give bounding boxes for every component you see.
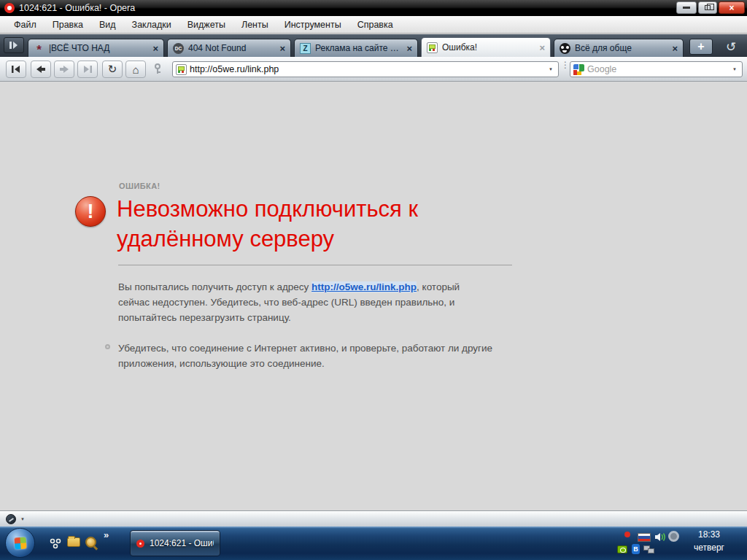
panel-toggle-button[interactable] bbox=[4, 37, 24, 53]
folder-icon[interactable] bbox=[67, 537, 80, 547]
tab-bar: * |ВСЁ ЧТО НАД × DC 404 Not Found × Z Ре… bbox=[0, 34, 747, 57]
asterisk-favicon-icon: * bbox=[34, 43, 44, 54]
search-input[interactable] bbox=[584, 64, 729, 74]
address-input[interactable] bbox=[187, 64, 545, 74]
address-bar[interactable]: ▼ bbox=[172, 61, 559, 77]
error-url-link[interactable]: http://o5we.ru/link.php bbox=[311, 281, 417, 292]
undo-trash-icon: ↺ bbox=[726, 39, 736, 55]
menu-widgets[interactable]: Виджеты bbox=[179, 18, 233, 32]
close-icon: × bbox=[729, 3, 734, 13]
google-icon bbox=[573, 64, 584, 75]
network-icon[interactable] bbox=[643, 545, 655, 553]
search-dropdown-arrow-icon[interactable]: ▼ bbox=[729, 63, 740, 76]
menu-bar: Файл Правка Вид Закладки Виджеты Ленты И… bbox=[0, 16, 747, 34]
menu-view[interactable]: Вид bbox=[91, 18, 124, 32]
tab-404-not-found[interactable]: DC 404 Not Found × bbox=[167, 39, 291, 57]
plus-icon: + bbox=[697, 40, 704, 53]
close-button[interactable]: × bbox=[719, 1, 745, 14]
menu-file[interactable]: Файл bbox=[6, 18, 44, 32]
new-tab-button[interactable]: + bbox=[689, 39, 713, 55]
error-title: Невозможно подключиться к удалённому сер… bbox=[117, 194, 467, 254]
back-arrow-icon bbox=[36, 65, 46, 74]
divider bbox=[118, 265, 512, 265]
tab-close-icon[interactable]: × bbox=[279, 44, 285, 53]
menu-help[interactable]: Справка bbox=[349, 18, 401, 32]
update-tray-icon[interactable] bbox=[668, 531, 679, 542]
opera-taskbar-button[interactable]: 1024:621 - Ошиб... bbox=[130, 530, 220, 556]
paragraph-text: Вы попытались получить доступ к адресу bbox=[118, 281, 311, 292]
rewind-icon bbox=[11, 65, 21, 74]
key-icon bbox=[154, 63, 161, 75]
tab-reklama[interactable]: Z Реклама на сайте zwa... × bbox=[294, 39, 418, 57]
error-bullet-text: Убедитесь, что соединение с Интернет акт… bbox=[118, 341, 499, 371]
reload-icon: ↻ bbox=[108, 63, 117, 76]
tray-clock[interactable]: 18:33 четверг bbox=[678, 529, 740, 553]
start-button[interactable] bbox=[5, 528, 35, 558]
navigation-toolbar: ↻ ⌂ ▼ ⋮ ▼ bbox=[0, 57, 747, 82]
z-favicon-icon: Z bbox=[300, 43, 311, 54]
tab-vse-dlya-obshche[interactable]: Всё для обще × bbox=[554, 39, 684, 57]
volume-icon[interactable] bbox=[654, 532, 666, 542]
tab-close-icon[interactable]: × bbox=[672, 44, 678, 53]
error-kicker: ОШИБКА! bbox=[119, 182, 160, 190]
clock-time: 18:33 bbox=[678, 529, 740, 540]
screen: 1024:621 - Ошибка! - Opera × Файл Правка… bbox=[0, 0, 747, 560]
status-bar: ▼ ▼ 100% ▼ bbox=[0, 510, 747, 526]
tab-close-icon[interactable]: × bbox=[539, 43, 545, 52]
globe-icon[interactable] bbox=[6, 514, 16, 524]
tab-label: Ошибка! bbox=[442, 42, 535, 52]
wand-button[interactable] bbox=[150, 61, 166, 78]
opera-tray-icon[interactable] bbox=[624, 532, 630, 537]
fast-forward-icon bbox=[82, 65, 93, 74]
exclamation-glyph: ! bbox=[88, 201, 94, 223]
toolbar-splitter-handle[interactable]: ⋮ bbox=[561, 63, 570, 67]
home-button[interactable]: ⌂ bbox=[125, 61, 146, 78]
quicklaunch-overflow-chevron[interactable]: » bbox=[104, 529, 109, 540]
error-paragraph: Вы попытались получить доступ к адресу h… bbox=[118, 279, 489, 325]
menu-tools[interactable]: Инструменты bbox=[276, 18, 349, 32]
closed-tabs-button[interactable]: ↺ bbox=[719, 39, 743, 55]
minimize-icon bbox=[683, 7, 690, 9]
forward-button[interactable] bbox=[54, 61, 74, 78]
back-button[interactable] bbox=[31, 61, 51, 78]
page-content: ! ОШИБКА! Невозможно подключиться к удал… bbox=[0, 82, 747, 510]
opera-icon bbox=[136, 540, 144, 548]
face-favicon-icon bbox=[560, 43, 570, 54]
molecule-icon[interactable] bbox=[50, 538, 62, 549]
nvidia-tray-icon[interactable] bbox=[617, 545, 627, 553]
menu-bookmarks[interactable]: Закладки bbox=[124, 18, 179, 32]
tab-error-active[interactable]: Ошибка! × bbox=[421, 37, 551, 57]
bluetooth-icon[interactable]: B bbox=[632, 544, 640, 554]
reload-button[interactable]: ↻ bbox=[102, 61, 123, 78]
forward-arrow-icon bbox=[59, 65, 69, 74]
minimize-button[interactable] bbox=[676, 1, 697, 14]
search-person-icon[interactable] bbox=[85, 537, 96, 548]
window-title: 1024:621 - Ошибка! - Opera bbox=[19, 3, 135, 13]
menu-edit[interactable]: Правка bbox=[44, 18, 91, 32]
error-alert-icon: ! bbox=[75, 196, 106, 227]
tab-label: |ВСЁ ЧТО НАД bbox=[49, 43, 148, 53]
home-icon: ⌂ bbox=[132, 63, 139, 76]
taskbar-button-label: 1024:621 - Ошиб... bbox=[150, 538, 214, 548]
dc-favicon-icon: DC bbox=[173, 43, 184, 54]
restore-button[interactable] bbox=[698, 1, 717, 14]
fast-forward-button[interactable] bbox=[77, 61, 98, 78]
tab-close-icon[interactable]: × bbox=[406, 44, 412, 53]
address-dropdown-arrow-icon[interactable]: ▼ bbox=[545, 63, 557, 76]
language-flag-icon[interactable] bbox=[638, 533, 651, 542]
panel-toggle-icon bbox=[9, 41, 19, 50]
status-dropdown-arrow-icon[interactable]: ▼ bbox=[20, 517, 25, 521]
tab-label: 404 Not Found bbox=[188, 43, 275, 53]
bullet-icon bbox=[105, 344, 110, 349]
opera-logo-icon bbox=[4, 3, 15, 13]
clock-weekday: четверг bbox=[678, 542, 740, 553]
windows-flag-icon bbox=[14, 537, 26, 549]
tab-close-icon[interactable]: × bbox=[152, 44, 158, 53]
rewind-button[interactable] bbox=[6, 61, 26, 78]
menu-feeds[interactable]: Ленты bbox=[233, 18, 276, 32]
taskbar: » 1024:621 - Ошиб... B 18:33 четверг bbox=[0, 526, 747, 560]
restore-icon bbox=[705, 5, 711, 10]
tab-label: Всё для обще bbox=[575, 43, 667, 53]
search-bar[interactable]: ▼ bbox=[570, 61, 743, 77]
tab-vse-chto-nad[interactable]: * |ВСЁ ЧТО НАД × bbox=[28, 39, 164, 57]
